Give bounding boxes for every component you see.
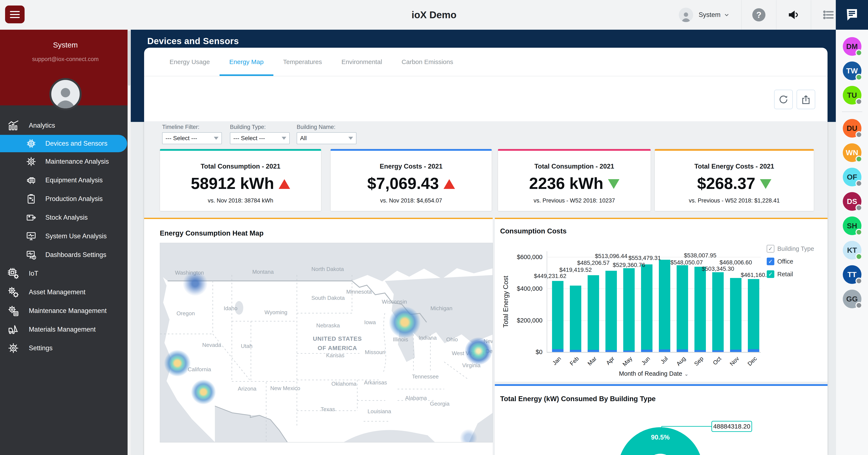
- state-label-oklahoma: Oklahoma: [332, 381, 356, 387]
- bar-office-segment: [623, 351, 635, 352]
- filter-label: Building Type:: [230, 124, 290, 130]
- refresh-icon: [778, 94, 789, 105]
- status-dot-away: [856, 131, 862, 138]
- iot-icon: [7, 267, 20, 280]
- sidebar-avatar: [50, 78, 82, 110]
- legend-group-building-type[interactable]: ✓Building Type: [767, 245, 814, 252]
- export-button[interactable]: [797, 90, 815, 109]
- state-label-minnesota: Minnesota: [346, 289, 372, 295]
- callout-connector: [495, 386, 828, 455]
- avatar-initials: DU: [846, 124, 858, 132]
- person-avatar-of[interactable]: OF: [843, 168, 862, 186]
- refresh-button[interactable]: [774, 90, 793, 109]
- bar-jun[interactable]: [641, 264, 652, 352]
- sidebar-item-materials-management[interactable]: Materials Management: [0, 320, 128, 339]
- sidebar-item-devices-and-sensors[interactable]: Devices and Sensors: [0, 135, 127, 152]
- bar-jul[interactable]: [659, 260, 670, 352]
- country-label: OF AMERICA: [318, 345, 357, 352]
- sidebar-scrollbar[interactable]: [128, 30, 131, 455]
- sidebar-item-equipment-analysis[interactable]: Equipment Analysis: [0, 171, 128, 189]
- chevron-down-icon: [724, 12, 730, 18]
- sidebar-item-label: Materials Management: [29, 326, 96, 333]
- avatar-initials: DS: [847, 197, 857, 206]
- building-name-select[interactable]: All: [297, 132, 356, 144]
- status-dot-online: [856, 229, 862, 236]
- bar-office-segment: [730, 350, 742, 352]
- kpi-row: Total Consumption - 202158912 kWhvs. Nov…: [144, 149, 828, 211]
- activity-list-button[interactable]: [821, 9, 836, 21]
- bar-feb[interactable]: [570, 285, 581, 352]
- tab-environmental[interactable]: Environmental: [332, 48, 392, 76]
- tab-carbon-emissions[interactable]: Carbon Emissions: [392, 48, 463, 76]
- sidebar-item-analytics[interactable]: Analytics: [0, 116, 128, 135]
- legend-item-office[interactable]: ✓Office: [767, 257, 814, 265]
- gears-icon: [7, 286, 20, 298]
- sidebar-item-system-use-analysis[interactable]: System Use Analysis: [0, 227, 128, 245]
- tab-energy-usage[interactable]: Energy Usage: [160, 48, 220, 76]
- avatar-initials: KT: [847, 246, 857, 254]
- heatmap-canvas[interactable]: WashingtonMontanaNorth DakotaMinnesotaSo…: [160, 243, 493, 443]
- legend-item-retail[interactable]: ✓Retail: [767, 270, 814, 278]
- person-avatar-tu[interactable]: TU: [843, 86, 862, 104]
- user-menu[interactable]: System: [677, 8, 732, 22]
- bar-dec[interactable]: [748, 279, 759, 352]
- status-dot-online: [856, 74, 862, 81]
- bar-may[interactable]: [623, 268, 635, 352]
- sidebar-item-dashboards-settings[interactable]: Dashboards Settings: [0, 245, 128, 264]
- help-button[interactable]: ?: [751, 8, 766, 22]
- legend-label: Retail: [777, 271, 793, 278]
- state-label-south-dakota: South Dakota: [311, 295, 345, 301]
- bar-nov[interactable]: [730, 278, 742, 352]
- bar-office-segment: [588, 350, 599, 352]
- bar-oct[interactable]: [712, 272, 724, 352]
- state-label-alabama: Alabama: [405, 395, 427, 401]
- gear-icon: [7, 342, 20, 354]
- sidebar-item-settings[interactable]: Settings: [0, 339, 128, 358]
- timeline-filter-select[interactable]: --- Select ---: [162, 132, 222, 144]
- hamburger-menu-button[interactable]: [5, 5, 25, 23]
- bar-office-segment: [677, 350, 688, 352]
- bar-jan[interactable]: [552, 281, 563, 352]
- person-avatar-wn[interactable]: WN: [843, 143, 862, 162]
- building-type-select[interactable]: --- Select ---: [230, 132, 290, 144]
- heat-spot-4: [389, 307, 421, 338]
- person-avatar-ds[interactable]: DS: [843, 192, 862, 211]
- sidebar-item-maintenance-analysis[interactable]: Maintenance Analysis: [0, 152, 128, 171]
- y-tick-label: $400,000: [496, 285, 542, 292]
- person-avatar-tt[interactable]: TT: [843, 265, 862, 284]
- bar-value-label: $503,345.30: [702, 266, 734, 272]
- sidebar-item-iot[interactable]: IoT: [0, 264, 128, 283]
- bar-apr[interactable]: [606, 271, 617, 352]
- tab-temperatures[interactable]: Temperatures: [273, 48, 332, 76]
- heat-spot-1: [183, 271, 208, 296]
- sidebar-item-maintenance-management[interactable]: Maintenance Management: [0, 302, 128, 320]
- bar-mar[interactable]: [588, 275, 599, 352]
- person-avatar-tw[interactable]: TW: [843, 61, 862, 80]
- person-avatar-sh[interactable]: SH: [843, 216, 862, 235]
- analytics-icon: [7, 119, 20, 132]
- filter-bar: Timeline Filter:--- Select ---Building T…: [144, 121, 828, 148]
- person-avatar-dm[interactable]: DM: [843, 37, 862, 56]
- sidebar-item-asset-management[interactable]: Asset Management: [0, 283, 128, 302]
- tab-bar: Energy UsageEnergy MapTemperaturesEnviro…: [144, 48, 828, 76]
- tab-energy-map[interactable]: Energy Map: [220, 48, 273, 76]
- chat-panel-button[interactable]: [836, 0, 868, 30]
- person-avatar-gg[interactable]: GG: [843, 290, 862, 308]
- sidebar-item-label: Analytics: [29, 122, 55, 129]
- sidebar-item-production-analysis[interactable]: Production Analysis: [0, 189, 128, 208]
- sidebar-item-stock-analysis[interactable]: Stock Analysis: [0, 208, 128, 227]
- filter-selected-value: --- Select ---: [165, 135, 197, 142]
- avatar-initials: TW: [846, 67, 858, 75]
- person-avatar-du[interactable]: DU: [843, 119, 862, 138]
- person-avatar-kt[interactable]: KT: [843, 241, 862, 260]
- bar-value-label: $529,360.76: [613, 262, 645, 268]
- donut-slice-label: 90.5%: [651, 433, 670, 441]
- state-label-georgia: Georgia: [430, 400, 450, 407]
- state-label-michigan: Michigan: [430, 305, 453, 312]
- checkbox-icon: ✓: [767, 257, 774, 265]
- bar-sep[interactable]: [694, 267, 706, 352]
- x-axis-field-dropdown[interactable]: Month of Reading Date⌄: [619, 370, 688, 377]
- announcements-button[interactable]: [786, 8, 801, 21]
- state-label-new-mexico: New Mexico: [270, 385, 300, 392]
- bar-aug[interactable]: [677, 265, 688, 352]
